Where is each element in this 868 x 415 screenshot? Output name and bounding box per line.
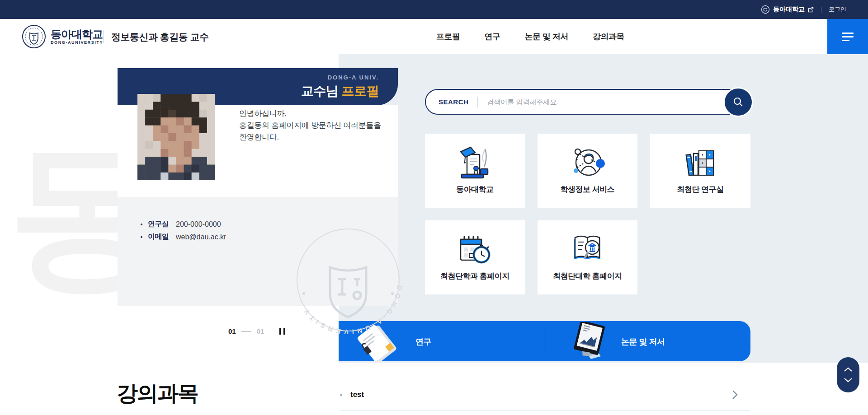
- page-title: 정보통신과 홍길동 교수: [111, 31, 209, 43]
- search-label: SEARCH: [439, 98, 468, 106]
- logo-title: 동아대학교: [51, 28, 103, 40]
- quick-link-lab[interactable]: 최첨단 연구실: [650, 134, 750, 208]
- professor-photo: [137, 94, 215, 180]
- contact-value: 200-000-0000: [176, 220, 221, 228]
- profile-title-prefix: 교수님: [301, 84, 342, 98]
- section-title-courses: 강의과목: [117, 379, 198, 408]
- site-header: 동아대학교 DONG-AUNIVERSITY 정보통신과 홍길동 교수 프로필 …: [0, 19, 868, 54]
- slider-pause-button[interactable]: [278, 327, 286, 336]
- greeting-text: 안녕하십니까. 홍길동의 홈페이지에 방문하신 여러분들을 환영합니다.: [239, 108, 381, 143]
- page: 동아대학교 로그인 동아대학교 DONG-AUNIVERSITY 정보통신과 홍…: [0, 0, 868, 415]
- search-divider: [477, 97, 478, 107]
- course-name: test: [350, 390, 364, 399]
- profile-contact-section: 연구실 200-000-0000 이메일 web@dau.ac.kr: [118, 197, 398, 306]
- book-search-icon: [568, 228, 608, 271]
- scroll-down-button[interactable]: [844, 378, 853, 382]
- top-utility-bar: 동아대학교 로그인: [0, 0, 868, 19]
- main-nav: 프로필 연구 논문 및 저서 강의과목: [436, 19, 624, 54]
- contact-value: web@dau.ac.kr: [176, 233, 226, 241]
- banner-link-research[interactable]: 연구: [415, 336, 431, 347]
- pause-icon: [279, 328, 281, 335]
- contact-row-email: 이메일 web@dau.ac.kr: [141, 232, 398, 242]
- banner-divider: [545, 328, 545, 354]
- logo-subtitle: DONG-AUNIVERSITY: [51, 40, 103, 45]
- university-seal-icon: [22, 24, 46, 49]
- graduation-diploma-icon: [455, 141, 495, 184]
- greeting-line: 환영합니다.: [239, 131, 381, 143]
- greeting-line: 홍길동의 홈페이지에 방문하신 여러분들을: [239, 120, 381, 131]
- quick-link-label: 학생정보 서비스: [561, 184, 615, 195]
- bullet-dot: [141, 224, 142, 225]
- nav-item-profile[interactable]: 프로필: [436, 31, 460, 42]
- greeting-line: 안녕하십니까.: [239, 108, 381, 120]
- bullet-dot: [141, 236, 142, 238]
- university-site-link[interactable]: 동아대학교: [761, 5, 814, 14]
- course-row-divider: [340, 410, 750, 410]
- page-scroll-control: [837, 357, 859, 392]
- documents-icon: [350, 324, 407, 361]
- contact-label: 이메일: [148, 232, 176, 242]
- chevron-right-icon: [732, 390, 738, 400]
- hamburger-icon: [842, 33, 854, 41]
- quick-link-label: 동아대학교: [456, 184, 494, 195]
- slide-progress-line: [241, 331, 251, 332]
- contact-label: 연구실: [148, 219, 176, 229]
- slide-total: 01: [257, 327, 264, 335]
- quick-link-student-info[interactable]: 학생정보 서비스: [538, 134, 637, 208]
- university-link-label: 동아대학교: [773, 5, 805, 14]
- logo[interactable]: 동아대학교 DONG-AUNIVERSITY: [22, 24, 103, 49]
- banner-link-papers[interactable]: 논문 및 저서: [621, 336, 665, 347]
- login-link[interactable]: 로그인: [829, 5, 846, 14]
- bookshelf-icon: [680, 141, 720, 184]
- bullet-dot: [340, 394, 342, 396]
- shortcut-banner: 연구 논문 및 저서: [339, 321, 750, 361]
- nav-item-courses[interactable]: 강의과목: [593, 31, 624, 42]
- search-bar: SEARCH: [425, 89, 750, 115]
- quick-link-label: 최첨단 연구실: [677, 184, 723, 195]
- slider-pagination: 01 01: [228, 327, 286, 336]
- profile-eyebrow: DONG-A UNIV.: [118, 74, 379, 81]
- profile-title-accent: 프로필: [342, 84, 379, 98]
- chevron-up-icon: [844, 367, 853, 372]
- slide-current: 01: [228, 327, 236, 335]
- external-link-icon: [808, 7, 814, 13]
- nav-item-research[interactable]: 연구: [485, 31, 500, 42]
- student-network-icon: [568, 141, 608, 184]
- search-input[interactable]: [487, 98, 750, 106]
- course-list-item[interactable]: test: [340, 387, 750, 403]
- calendar-clock-icon: [455, 228, 495, 271]
- search-icon: [732, 96, 744, 108]
- quick-link-label: 최첨단대학 홈페이지: [553, 271, 622, 281]
- quick-link-department-home[interactable]: 최첨단학과 홈페이지: [425, 220, 525, 294]
- quick-link-university[interactable]: 동아대학교: [425, 134, 525, 208]
- header-divider: [103, 30, 104, 43]
- topbar-divider: [821, 7, 821, 13]
- menu-button[interactable]: [827, 19, 868, 54]
- university-emblem-icon: [761, 5, 770, 14]
- logo-text: 동아대학교 DONG-AUNIVERSITY: [51, 28, 103, 44]
- chevron-down-icon: [844, 378, 853, 382]
- nav-item-papers[interactable]: 논문 및 저서: [525, 31, 569, 42]
- quick-link-college-home[interactable]: 최첨단대학 홈페이지: [538, 220, 637, 294]
- scroll-up-button[interactable]: [844, 367, 853, 372]
- search-button[interactable]: [723, 87, 753, 117]
- quick-link-label: 최첨단학과 홈페이지: [440, 271, 509, 281]
- contact-row-office: 연구실 200-000-0000: [141, 219, 398, 229]
- monitor-chart-icon: [565, 322, 614, 361]
